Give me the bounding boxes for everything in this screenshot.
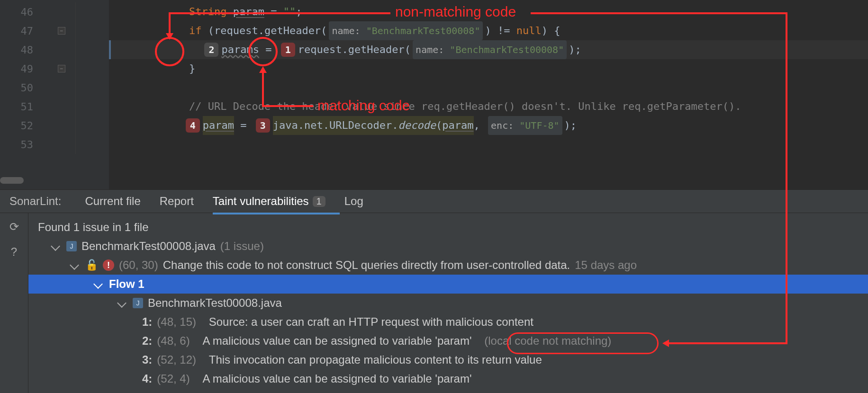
tab-current-file[interactable]: Current file — [85, 195, 140, 208]
gutter: 46 47− 48 49− 50 51 52 53 — [0, 0, 109, 189]
scrollbar-thumb[interactable] — [0, 177, 24, 184]
param-hint: name: "BenchmarkTest00008" — [413, 40, 567, 59]
issue-location: (60, 30) — [119, 259, 158, 272]
step-location: (52, 12) — [157, 353, 196, 366]
tab-report[interactable]: Report — [160, 195, 194, 208]
step-index: 1: — [142, 315, 152, 329]
taint-step-badge-1[interactable]: 1 — [281, 43, 295, 57]
annotation-line — [263, 105, 313, 107]
flow-label: Flow 1 — [109, 277, 145, 291]
taint-step-badge-4[interactable]: 4 — [186, 118, 200, 133]
step-index: 2: — [142, 334, 152, 348]
step-message: A malicious value can be assigned to var… — [202, 334, 471, 348]
issue-summary: Found 1 issue in 1 file — [28, 218, 868, 237]
refresh-icon[interactable]: ⟳ — [9, 220, 19, 233]
annotation-line — [170, 12, 390, 14]
taint-step-badge-2[interactable]: 2 — [204, 43, 218, 57]
java-file-icon: J — [133, 298, 143, 308]
chevron-down-icon[interactable] — [70, 260, 79, 270]
tree-flow-file-row[interactable]: J BenchmarkTest00008.java — [28, 294, 868, 313]
param-hint: name: "BenchmarkTest00008" — [329, 21, 483, 40]
line-number: 50 — [0, 82, 47, 94]
flow-step[interactable]: 4: (52, 4) A malicious value can be assi… — [28, 369, 868, 388]
line-number: 47 — [0, 25, 47, 37]
line-number: 49 — [0, 63, 47, 75]
step-location: (52, 4) — [157, 372, 190, 385]
fold-collapse-icon[interactable]: − — [58, 27, 65, 35]
line-number: 46 — [0, 6, 47, 18]
code-area[interactable]: String param = ""; if (request.getHeader… — [109, 0, 868, 189]
help-icon[interactable]: ? — [11, 245, 17, 259]
flow-step[interactable]: 1: (48, 15) Source: a user can craft an … — [28, 313, 868, 331]
step-location: (48, 15) — [157, 315, 196, 329]
issue-message: Change this code to not construct SQL qu… — [163, 259, 570, 272]
fold-collapse-icon[interactable]: − — [58, 65, 65, 72]
annotation-arrowhead — [662, 339, 669, 347]
flow-step[interactable]: 2: (48, 6) A malicious value can be assi… — [28, 331, 868, 350]
chevron-down-icon[interactable] — [117, 298, 127, 308]
java-file-icon: J — [66, 241, 77, 251]
annotation-line — [169, 12, 171, 34]
step-message: A malicious value can be assigned to var… — [202, 372, 471, 385]
annotation-line — [531, 12, 787, 14]
annotation-line — [786, 12, 787, 344]
flow-step[interactable]: 3: (52, 12) This invocation can propagat… — [28, 350, 868, 369]
annotation-arrowhead — [259, 66, 267, 73]
tree-issue-row[interactable]: 🔓 ! (60, 30) Change this code to not con… — [28, 256, 868, 275]
param-hint: enc: "UTF-8" — [488, 116, 562, 135]
file-name: BenchmarkTest00008.java — [148, 296, 282, 310]
error-icon: ! — [103, 259, 114, 271]
code-line[interactable]: if (request.getHeader(name: "BenchmarkTe… — [109, 21, 868, 40]
tab-log[interactable]: Log — [344, 195, 363, 208]
annotation-circle — [248, 37, 278, 66]
panel-toolbar: ⟳ ? — [0, 213, 28, 393]
code-line[interactable]: // URL Decode the header value since req… — [109, 97, 868, 116]
step-message: Source: a user can craft an HTTP request… — [209, 315, 533, 329]
tree-file-row[interactable]: J BenchmarkTest00008.java (1 issue) — [28, 237, 868, 256]
issue-age: 15 days ago — [575, 259, 637, 272]
panel-title: SonarLint: — [9, 195, 61, 208]
annotation-circle — [155, 37, 184, 66]
annotation-arrowhead — [166, 33, 173, 40]
annotation-rect — [507, 332, 659, 354]
taint-step-badge-3[interactable]: 3 — [256, 118, 270, 133]
step-message: This invocation can propagate malicious … — [209, 353, 542, 366]
tab-taint-vulnerabilities[interactable]: Taint vulnerabilities 1 — [213, 195, 326, 208]
step-index: 4: — [142, 372, 152, 385]
code-line[interactable]: 4param = 3java.net.URLDecoder.decode(par… — [109, 116, 868, 135]
step-location: (48, 6) — [157, 334, 190, 348]
annotation-line — [668, 342, 787, 344]
line-number: 51 — [0, 101, 47, 113]
lock-icon: 🔓 — [85, 259, 98, 271]
line-number: 48 — [0, 44, 47, 56]
code-line[interactable]: } — [109, 59, 868, 78]
code-line[interactable] — [109, 78, 868, 97]
line-number: 52 — [0, 120, 47, 132]
taint-count-badge: 1 — [313, 196, 326, 207]
code-editor[interactable]: 46 47− 48 49− 50 51 52 53 String param =… — [0, 0, 868, 189]
panel-tabs: SonarLint: Current file Report Taint vul… — [0, 189, 868, 213]
file-name: BenchmarkTest00008.java — [81, 240, 216, 253]
chevron-down-icon[interactable] — [51, 241, 60, 251]
issue-tree[interactable]: Found 1 issue in 1 file J BenchmarkTest0… — [28, 213, 868, 393]
code-line[interactable] — [109, 135, 868, 154]
step-index: 3: — [142, 353, 152, 366]
chevron-down-icon[interactable] — [93, 279, 103, 289]
annotation-line — [262, 72, 264, 107]
line-number: 53 — [0, 139, 47, 151]
code-line-highlighted[interactable]: 2params = 1request.getHeader(name: "Benc… — [109, 40, 868, 59]
code-line[interactable]: String param = ""; — [109, 2, 868, 21]
file-issue-count: (1 issue) — [220, 240, 264, 253]
tree-flow-row[interactable]: Flow 1 — [28, 275, 868, 294]
